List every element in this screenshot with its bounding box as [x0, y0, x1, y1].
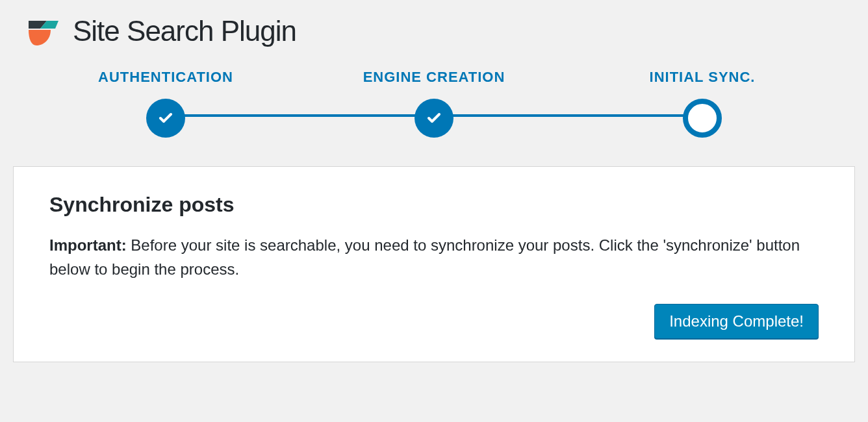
panel-heading: Synchronize posts — [49, 193, 819, 217]
step-label: ENGINE CREATION — [320, 69, 548, 86]
check-icon — [426, 110, 442, 126]
check-icon — [158, 110, 173, 126]
page-title: Site Search Plugin — [73, 15, 296, 47]
important-label: Important: — [49, 236, 127, 254]
step-authentication: AUTHENTICATION — [52, 69, 279, 138]
panel-description: Important: Before your site is searchabl… — [49, 233, 819, 281]
step-initial-sync: INITIAL SYNC. — [589, 69, 816, 138]
panel-body-text: Before your site is searchable, you need… — [49, 236, 800, 278]
plugin-logo-icon — [25, 13, 61, 49]
step-engine-creation: ENGINE CREATION — [320, 69, 548, 138]
step-label: AUTHENTICATION — [52, 69, 279, 86]
progress-stepper: AUTHENTICATION ENGINE CREATION INITI — [52, 69, 816, 147]
step-indicator-current — [683, 99, 722, 138]
page-header: Site Search Plugin — [25, 13, 855, 49]
step-indicator-done — [146, 99, 185, 138]
indexing-complete-button[interactable]: Indexing Complete! — [654, 304, 819, 339]
step-indicator-done — [415, 99, 453, 138]
sync-panel: Synchronize posts Important: Before your… — [13, 166, 855, 362]
step-label: INITIAL SYNC. — [589, 69, 816, 86]
